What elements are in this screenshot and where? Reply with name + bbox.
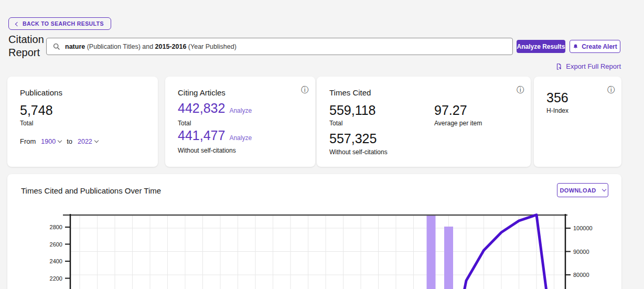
svg-text:2800: 2800: [50, 224, 62, 230]
to-year-value: 2022: [78, 138, 92, 145]
download-button[interactable]: DOWNLOAD: [557, 183, 608, 197]
average-per-item-value: 97.27: [434, 103, 467, 118]
chevron-down-icon: [94, 138, 99, 143]
chevron-down-icon: [602, 187, 606, 191]
info-icon[interactable]: ⓘ: [607, 86, 615, 93]
to-label: to: [67, 137, 72, 145]
svg-text:2600: 2600: [50, 241, 62, 248]
svg-text:90000: 90000: [573, 249, 589, 255]
total-label: Total: [20, 120, 33, 127]
analyze-results-button[interactable]: Analyze Results: [517, 40, 565, 53]
page-title: Citation Report: [8, 33, 46, 59]
total-label: Total: [178, 120, 191, 127]
publications-card: Publications 5,748 Total From 1900 to 20…: [7, 77, 158, 167]
search-input[interactable]: nature (Publication Titles) and 2015-201…: [46, 38, 513, 55]
without-self-citations-label: Without self-citations: [178, 147, 236, 154]
back-to-search-results-button[interactable]: BACK TO SEARCH RESULTS: [8, 17, 111, 30]
from-label: From: [20, 137, 36, 145]
chart-title: Times Cited and Publications Over Time: [21, 186, 161, 195]
citation-report-page: BACK TO SEARCH RESULTS Citation Report n…: [0, 0, 644, 289]
card-title: Publications: [20, 88, 62, 97]
info-icon[interactable]: ⓘ: [517, 86, 524, 93]
chevron-down-icon: [58, 138, 62, 143]
total-label: Total: [329, 120, 342, 127]
times-cited-card: Times Cited ⓘ 559,118 Total 97.27 Averag…: [317, 77, 531, 167]
h-index-card: ⓘ 356 H-Index: [534, 77, 621, 167]
to-year-dropdown[interactable]: 2022: [78, 138, 98, 145]
create-alert-button[interactable]: Create Alert: [570, 40, 620, 53]
svg-text:2200: 2200: [50, 275, 62, 282]
citing-articles-card: Citing Articles ⓘ 442,832 Analyze Total …: [165, 77, 315, 167]
from-year-dropdown[interactable]: 1900: [41, 138, 61, 145]
h-index-label: H-Index: [546, 107, 568, 114]
publications-total-value: 5,748: [20, 103, 53, 118]
card-title: Times Cited: [329, 88, 371, 97]
analyze-link[interactable]: Analyze: [229, 134, 252, 142]
svg-text:80000: 80000: [573, 272, 589, 278]
info-icon[interactable]: ⓘ: [301, 86, 308, 93]
back-button-label: BACK TO SEARCH RESULTS: [23, 20, 104, 27]
without-self-citations-label: Without self-citations: [329, 148, 388, 156]
h-index-value: 356: [546, 90, 568, 105]
citing-articles-total-value: 442,832: [178, 101, 225, 116]
export-icon: [555, 63, 563, 70]
from-year-value: 1900: [41, 138, 56, 145]
times-cited-without-self-value: 557,325: [329, 131, 377, 146]
times-cited-total-value: 559,118: [329, 103, 376, 118]
search-icon: [53, 43, 60, 50]
average-per-item-label: Average per item: [434, 120, 482, 127]
search-query-text: nature (Publication Titles) and 2015-201…: [65, 43, 237, 50]
create-alert-label: Create Alert: [582, 43, 617, 50]
citing-articles-without-self-value: 441,477: [178, 128, 225, 143]
svg-text:100000: 100000: [573, 225, 593, 231]
bell-icon: [573, 44, 578, 50]
analyze-link[interactable]: Analyze: [229, 107, 252, 114]
chevron-left-icon: [15, 22, 19, 26]
chart-card: Times Cited and Publications Over Time D…: [7, 174, 621, 289]
card-title: Citing Articles: [178, 88, 226, 97]
year-range-row: From 1900 to 2022: [20, 137, 98, 145]
download-label: DOWNLOAD: [560, 187, 596, 194]
chart-svg: 28002600240022001000009000080000: [7, 210, 621, 289]
export-full-report-link[interactable]: Export Full Report: [555, 62, 621, 70]
export-link-label: Export Full Report: [566, 62, 621, 70]
svg-text:2400: 2400: [50, 258, 62, 264]
